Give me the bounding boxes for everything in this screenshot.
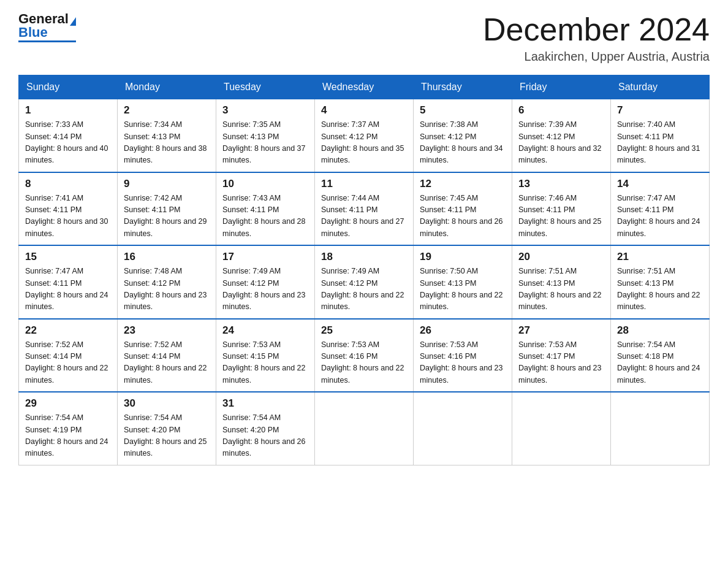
week-row-2: 8Sunrise: 7:41 AMSunset: 4:11 PMDaylight…	[19, 172, 710, 246]
calendar-cell: 20Sunrise: 7:51 AMSunset: 4:13 PMDayligh…	[512, 245, 611, 319]
day-info: Sunrise: 7:54 AMSunset: 4:19 PMDaylight:…	[25, 412, 111, 460]
calendar-cell: 23Sunrise: 7:52 AMSunset: 4:14 PMDayligh…	[118, 319, 216, 393]
day-number: 6	[518, 104, 604, 117]
day-number: 12	[420, 178, 506, 190]
weekday-header-tuesday: Tuesday	[216, 75, 315, 99]
day-info: Sunrise: 7:52 AMSunset: 4:14 PMDaylight:…	[25, 339, 111, 387]
title-area: December 2024 Laakirchen, Upper Austria,…	[483, 12, 710, 64]
week-row-4: 22Sunrise: 7:52 AMSunset: 4:14 PMDayligh…	[19, 319, 710, 393]
day-number: 10	[222, 178, 308, 190]
calendar-cell: 9Sunrise: 7:42 AMSunset: 4:11 PMDaylight…	[118, 172, 216, 246]
page-header: General Blue December 2024 Laakirchen, U…	[18, 12, 710, 64]
weekday-header-thursday: Thursday	[414, 75, 512, 99]
day-info: Sunrise: 7:34 AMSunset: 4:13 PMDaylight:…	[124, 119, 210, 167]
day-info: Sunrise: 7:38 AMSunset: 4:12 PMDaylight:…	[420, 119, 506, 167]
week-row-5: 29Sunrise: 7:54 AMSunset: 4:19 PMDayligh…	[19, 392, 710, 465]
calendar-cell: 5Sunrise: 7:38 AMSunset: 4:12 PMDaylight…	[414, 99, 512, 172]
day-number: 28	[617, 324, 703, 337]
location-title: Laakirchen, Upper Austria, Austria	[483, 50, 710, 64]
calendar-cell: 17Sunrise: 7:49 AMSunset: 4:12 PMDayligh…	[216, 245, 315, 319]
calendar-cell: 14Sunrise: 7:47 AMSunset: 4:11 PMDayligh…	[611, 172, 710, 246]
day-number: 13	[518, 178, 604, 190]
calendar-cell: 19Sunrise: 7:50 AMSunset: 4:13 PMDayligh…	[414, 245, 512, 319]
day-info: Sunrise: 7:40 AMSunset: 4:11 PMDaylight:…	[617, 119, 703, 167]
day-info: Sunrise: 7:35 AMSunset: 4:13 PMDaylight:…	[222, 119, 308, 167]
day-number: 2	[124, 104, 210, 117]
day-number: 19	[420, 251, 506, 263]
calendar-cell: 22Sunrise: 7:52 AMSunset: 4:14 PMDayligh…	[19, 319, 118, 393]
day-info: Sunrise: 7:51 AMSunset: 4:13 PMDaylight:…	[518, 266, 604, 313]
weekday-header-friday: Friday	[512, 75, 611, 99]
day-number: 27	[518, 324, 604, 337]
day-number: 7	[617, 104, 703, 117]
day-number: 30	[124, 397, 210, 410]
day-info: Sunrise: 7:49 AMSunset: 4:12 PMDaylight:…	[321, 266, 407, 313]
day-info: Sunrise: 7:45 AMSunset: 4:11 PMDaylight:…	[420, 193, 506, 240]
calendar-cell	[315, 392, 414, 465]
calendar-cell: 12Sunrise: 7:45 AMSunset: 4:11 PMDayligh…	[414, 172, 512, 246]
calendar-cell: 8Sunrise: 7:41 AMSunset: 4:11 PMDaylight…	[19, 172, 118, 246]
day-number: 15	[25, 251, 111, 263]
calendar-cell: 11Sunrise: 7:44 AMSunset: 4:11 PMDayligh…	[315, 172, 414, 246]
month-title: December 2024	[483, 12, 710, 47]
calendar-cell: 29Sunrise: 7:54 AMSunset: 4:19 PMDayligh…	[19, 392, 118, 465]
calendar-cell: 18Sunrise: 7:49 AMSunset: 4:12 PMDayligh…	[315, 245, 414, 319]
day-info: Sunrise: 7:37 AMSunset: 4:12 PMDaylight:…	[321, 119, 407, 167]
day-info: Sunrise: 7:54 AMSunset: 4:20 PMDaylight:…	[222, 412, 308, 460]
day-info: Sunrise: 7:53 AMSunset: 4:17 PMDaylight:…	[518, 339, 604, 387]
day-info: Sunrise: 7:53 AMSunset: 4:16 PMDaylight:…	[321, 339, 407, 387]
calendar-cell	[611, 392, 710, 465]
day-number: 23	[124, 324, 210, 337]
day-info: Sunrise: 7:54 AMSunset: 4:18 PMDaylight:…	[617, 339, 703, 387]
calendar-cell: 26Sunrise: 7:53 AMSunset: 4:16 PMDayligh…	[414, 319, 512, 393]
day-number: 21	[617, 251, 703, 263]
day-info: Sunrise: 7:49 AMSunset: 4:12 PMDaylight:…	[222, 266, 308, 313]
day-number: 18	[321, 251, 407, 263]
day-number: 25	[321, 324, 407, 337]
day-info: Sunrise: 7:48 AMSunset: 4:12 PMDaylight:…	[124, 266, 210, 313]
day-info: Sunrise: 7:42 AMSunset: 4:11 PMDaylight:…	[124, 193, 210, 240]
day-number: 11	[321, 178, 407, 190]
weekday-header-monday: Monday	[118, 75, 216, 99]
day-number: 22	[25, 324, 111, 337]
day-number: 29	[25, 397, 111, 410]
day-number: 24	[222, 324, 308, 337]
calendar-cell: 21Sunrise: 7:51 AMSunset: 4:13 PMDayligh…	[611, 245, 710, 319]
calendar-cell: 27Sunrise: 7:53 AMSunset: 4:17 PMDayligh…	[512, 319, 611, 393]
calendar-cell: 1Sunrise: 7:33 AMSunset: 4:14 PMDaylight…	[19, 99, 118, 172]
day-info: Sunrise: 7:44 AMSunset: 4:11 PMDaylight:…	[321, 193, 407, 240]
day-info: Sunrise: 7:47 AMSunset: 4:11 PMDaylight:…	[25, 266, 111, 313]
day-number: 17	[222, 251, 308, 263]
day-info: Sunrise: 7:51 AMSunset: 4:13 PMDaylight:…	[617, 266, 703, 313]
day-info: Sunrise: 7:39 AMSunset: 4:12 PMDaylight:…	[518, 119, 604, 167]
day-number: 8	[25, 178, 111, 190]
calendar-cell: 25Sunrise: 7:53 AMSunset: 4:16 PMDayligh…	[315, 319, 414, 393]
calendar-cell: 6Sunrise: 7:39 AMSunset: 4:12 PMDaylight…	[512, 99, 611, 172]
calendar-cell: 3Sunrise: 7:35 AMSunset: 4:13 PMDaylight…	[216, 99, 315, 172]
calendar-cell: 4Sunrise: 7:37 AMSunset: 4:12 PMDaylight…	[315, 99, 414, 172]
day-info: Sunrise: 7:53 AMSunset: 4:15 PMDaylight:…	[222, 339, 308, 387]
day-info: Sunrise: 7:43 AMSunset: 4:11 PMDaylight:…	[222, 193, 308, 240]
logo-triangle-icon	[70, 17, 76, 26]
calendar-cell: 30Sunrise: 7:54 AMSunset: 4:20 PMDayligh…	[118, 392, 216, 465]
logo-underline	[18, 40, 76, 42]
day-number: 5	[420, 104, 506, 117]
calendar-cell	[512, 392, 611, 465]
day-number: 1	[25, 104, 111, 117]
day-number: 9	[124, 178, 210, 190]
weekday-header-saturday: Saturday	[611, 75, 710, 99]
weekday-header-wednesday: Wednesday	[315, 75, 414, 99]
day-info: Sunrise: 7:46 AMSunset: 4:11 PMDaylight:…	[518, 193, 604, 240]
day-info: Sunrise: 7:47 AMSunset: 4:11 PMDaylight:…	[617, 193, 703, 240]
calendar-cell	[414, 392, 512, 465]
week-row-3: 15Sunrise: 7:47 AMSunset: 4:11 PMDayligh…	[19, 245, 710, 319]
day-number: 31	[222, 397, 308, 410]
calendar-table: SundayMondayTuesdayWednesdayThursdayFrid…	[18, 75, 710, 465]
day-number: 3	[222, 104, 308, 117]
day-number: 4	[321, 104, 407, 117]
day-info: Sunrise: 7:41 AMSunset: 4:11 PMDaylight:…	[25, 193, 111, 240]
calendar-cell: 31Sunrise: 7:54 AMSunset: 4:20 PMDayligh…	[216, 392, 315, 465]
calendar-cell: 16Sunrise: 7:48 AMSunset: 4:12 PMDayligh…	[118, 245, 216, 319]
logo-text: General Blue	[18, 12, 76, 39]
day-number: 14	[617, 178, 703, 190]
